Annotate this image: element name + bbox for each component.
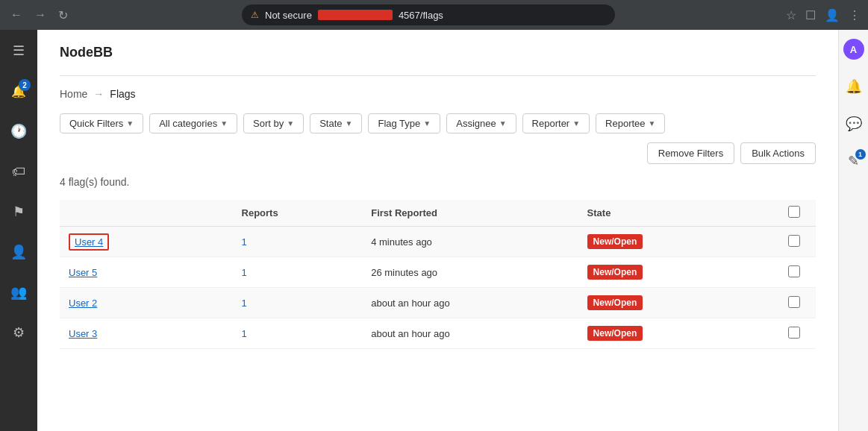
all-categories-label: All categories (159, 118, 217, 129)
profile-icon[interactable]: 👤 (825, 8, 840, 22)
sidebar-user-icon[interactable]: 👤 (5, 239, 32, 265)
remove-filters-label: Remove Filters (658, 148, 723, 159)
user-link[interactable]: User 4 (69, 233, 109, 251)
col-header-checkbox (772, 200, 816, 227)
url-suffix: 4567/flags (399, 10, 443, 21)
user-avatar-icon[interactable]: A (842, 37, 866, 61)
first-reported-cell: 4 minutes ago (362, 227, 578, 257)
flag-type-chevron-icon: ▼ (423, 119, 431, 128)
state-cell: New/Open (578, 227, 772, 257)
row-checkbox[interactable] (788, 265, 800, 277)
assignee-chevron-icon: ▼ (499, 119, 507, 128)
sidebar-notifications-icon[interactable]: 🔔 2 (5, 78, 32, 104)
state-chevron-icon: ▼ (346, 119, 353, 128)
reports-cell: 1 (233, 288, 363, 318)
breadcrumb-home[interactable]: Home (60, 88, 87, 100)
breadcrumb-separator: → (93, 88, 104, 100)
browser-chrome: ← → ↻ ⚠ Not secure 4567/flags ☆ ☐ 👤 ⋮ (0, 0, 868, 30)
not-secure-label: Not secure (265, 10, 312, 21)
table-row: User 414 minutes agoNew/Open (60, 227, 816, 257)
assignee-label: Assignee (456, 118, 496, 129)
first-reported-cell: about an hour ago (362, 288, 578, 318)
quick-filters-label: Quick Filters (69, 118, 123, 129)
table-header-row: Reports First Reported State (60, 200, 816, 227)
first-reported-cell: about an hour ago (362, 318, 578, 349)
extension-icon[interactable]: ☐ (805, 8, 816, 22)
chat-icon[interactable]: 💬 (842, 112, 866, 136)
back-button[interactable]: ← (7, 5, 25, 25)
reports-cell: 1 (233, 257, 363, 288)
sort-by-chevron-icon: ▼ (287, 119, 294, 128)
star-icon[interactable]: ☆ (786, 8, 796, 22)
col-header-state: State (578, 200, 772, 227)
bulk-actions-label: Bulk Actions (752, 148, 805, 159)
checkbox-cell (772, 257, 816, 288)
compose-icon[interactable]: ✎ 1 (842, 149, 866, 173)
table-row: User 5126 minutes agoNew/Open (60, 257, 816, 288)
security-warning-icon: ⚠ (251, 10, 259, 20)
page-title: NodeBB (60, 45, 816, 60)
table-row: User 31about an hour agoNew/Open (60, 318, 816, 349)
sidebar-clock-icon[interactable]: 🕐 (5, 118, 32, 145)
reports-cell: 1 (233, 227, 363, 257)
actions-bar: Remove Filters Bulk Actions (60, 142, 816, 164)
flag-type-label: Flag Type (378, 118, 420, 129)
sidebar-tag-icon[interactable]: 🏷 (5, 158, 32, 185)
user-link[interactable]: User 5 (69, 267, 97, 278)
sort-by-btn[interactable]: Sort by ▼ (243, 113, 304, 133)
checkbox-cell (772, 318, 816, 349)
row-checkbox[interactable] (788, 327, 800, 339)
state-cell: New/Open (578, 318, 772, 349)
sort-by-label: Sort by (253, 118, 284, 129)
quick-filters-btn[interactable]: Quick Filters ▼ (60, 113, 143, 133)
reportee-btn[interactable]: Reportee ▼ (596, 113, 665, 133)
flags-table: Reports First Reported State User 414 mi… (60, 200, 816, 349)
compose-badge: 1 (855, 149, 866, 160)
breadcrumb: Home → Flags (60, 88, 816, 100)
avatar-circle: A (843, 39, 864, 60)
state-btn[interactable]: State ▼ (310, 113, 362, 133)
filters-bar: Quick Filters ▼ All categories ▼ Sort by… (60, 113, 816, 133)
table-row: User 21about an hour agoNew/Open (60, 288, 816, 318)
sidebar-settings-icon[interactable]: ⚙ (5, 319, 32, 346)
state-badge: New/Open (587, 295, 643, 310)
row-checkbox[interactable] (788, 235, 800, 247)
reload-button[interactable]: ↻ (55, 5, 71, 25)
state-badge: New/Open (587, 326, 643, 341)
reportee-chevron-icon: ▼ (649, 119, 656, 128)
breadcrumb-current: Flags (110, 88, 135, 100)
assignee-btn[interactable]: Assignee ▼ (446, 113, 516, 133)
title-divider (60, 75, 816, 76)
reporter-btn[interactable]: Reporter ▼ (522, 113, 590, 133)
forward-button[interactable]: → (31, 5, 49, 25)
main-content: NodeBB Home → Flags Quick Filters ▼ All … (37, 30, 838, 431)
select-all-checkbox[interactable] (788, 206, 800, 218)
address-bar[interactable]: ⚠ Not secure 4567/flags (242, 4, 615, 25)
user-link[interactable]: User 2 (69, 298, 97, 309)
flags-count: 4 flag(s) found. (60, 176, 816, 188)
all-categories-btn[interactable]: All categories ▼ (149, 113, 237, 133)
state-cell: New/Open (578, 257, 772, 288)
col-header-reports: Reports (233, 200, 363, 227)
sidebar-menu-icon[interactable]: ☰ (5, 37, 32, 64)
quick-filters-chevron-icon: ▼ (126, 119, 134, 128)
reports-cell: 1 (233, 318, 363, 349)
left-sidebar: ☰ 🔔 2 🕐 🏷 ⚑ 👤 👥 ⚙ (0, 30, 37, 431)
all-categories-chevron-icon: ▼ (220, 119, 228, 128)
notifications-badge: 2 (19, 79, 31, 91)
flag-type-btn[interactable]: Flag Type ▼ (368, 113, 440, 133)
bulk-actions-btn[interactable]: Bulk Actions (740, 142, 816, 164)
sidebar-group-icon[interactable]: 👥 (5, 279, 32, 306)
menu-dots-icon[interactable]: ⋮ (849, 8, 861, 22)
state-cell: New/Open (578, 288, 772, 318)
bell-icon[interactable]: 🔔 (842, 75, 866, 98)
url-redacted (318, 10, 393, 20)
user-link[interactable]: User 3 (69, 328, 97, 339)
state-label: State (319, 118, 342, 129)
remove-filters-btn[interactable]: Remove Filters (647, 142, 734, 164)
state-badge: New/Open (587, 234, 643, 249)
checkbox-cell (772, 227, 816, 257)
row-checkbox[interactable] (788, 296, 800, 308)
sidebar-flag-icon[interactable]: ⚑ (5, 198, 32, 225)
col-header-first-reported: First Reported (362, 200, 578, 227)
